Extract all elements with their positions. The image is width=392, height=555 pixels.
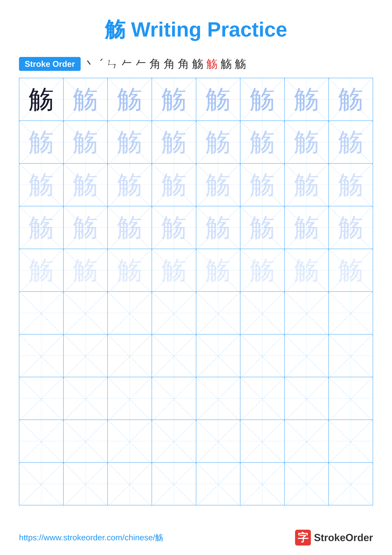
- grid-cell[interactable]: [328, 292, 373, 334]
- stroke-5: 𠂉: [135, 58, 147, 71]
- grid-cell[interactable]: [19, 292, 64, 334]
- grid-cell[interactable]: 觞: [328, 121, 373, 163]
- grid-cell[interactable]: 觞: [64, 249, 108, 292]
- footer-url-link[interactable]: https://www.strokeorder.com/chinese/觞: [19, 532, 163, 543]
- stroke-1: 丶: [84, 56, 95, 72]
- grid-cell[interactable]: [107, 462, 152, 505]
- grid-cell[interactable]: 觞: [107, 163, 152, 206]
- grid-cell[interactable]: 觞: [196, 249, 240, 292]
- grid-cell[interactable]: [285, 334, 329, 377]
- stroke-7: 角: [164, 56, 175, 72]
- grid-cell[interactable]: [285, 377, 329, 420]
- grid-cell[interactable]: 觞: [328, 163, 373, 206]
- grid-cell[interactable]: [196, 377, 240, 420]
- grid-cell[interactable]: [196, 462, 240, 505]
- grid-cell[interactable]: 觞: [240, 121, 285, 163]
- practice-char: 觞: [117, 129, 142, 155]
- practice-char: 觞: [338, 258, 363, 283]
- grid-cell[interactable]: [240, 377, 285, 420]
- grid-cell[interactable]: [328, 334, 373, 377]
- grid-cell[interactable]: [107, 377, 152, 420]
- grid-cell[interactable]: 觞: [196, 206, 240, 249]
- grid-cell[interactable]: [19, 462, 64, 505]
- grid-cell[interactable]: [64, 334, 108, 377]
- title-label: Writing Practice: [131, 18, 287, 41]
- grid-cell[interactable]: 觞: [285, 163, 329, 206]
- grid-cell[interactable]: 觞: [107, 121, 152, 163]
- grid-cell[interactable]: 觞: [328, 78, 373, 121]
- grid-cell[interactable]: 觞: [285, 78, 329, 121]
- grid-cell[interactable]: 觞: [196, 78, 240, 121]
- practice-char: 觞: [117, 258, 142, 283]
- grid-cell[interactable]: [328, 462, 373, 505]
- grid-cell[interactable]: [328, 377, 373, 420]
- grid-cell[interactable]: 觞: [240, 206, 285, 249]
- grid-cell[interactable]: [64, 462, 108, 505]
- grid-cell[interactable]: [240, 334, 285, 377]
- grid-cell[interactable]: [196, 292, 240, 334]
- grid-cell[interactable]: 觞: [285, 206, 329, 249]
- grid-cell[interactable]: [107, 334, 152, 377]
- grid-row-3: 觞 觞 觞 觞: [19, 163, 373, 206]
- grid-cell[interactable]: [64, 292, 108, 334]
- practice-char: 觞: [294, 172, 319, 197]
- grid-wrapper: 觞 觞 觞 觞: [19, 78, 373, 505]
- grid-cell[interactable]: [196, 420, 240, 462]
- grid-cell[interactable]: 觞: [328, 249, 373, 292]
- practice-char: 觞: [205, 258, 231, 283]
- grid-cell[interactable]: 觞: [152, 206, 196, 249]
- grid-cell[interactable]: [64, 377, 108, 420]
- grid-cell[interactable]: 觞: [107, 206, 152, 249]
- grid-cell[interactable]: [285, 420, 329, 462]
- grid-cell[interactable]: 觞: [152, 163, 196, 206]
- grid-cell[interactable]: 觞: [19, 78, 64, 121]
- grid-cell[interactable]: 觞: [19, 163, 64, 206]
- grid-cell[interactable]: 觞: [285, 249, 329, 292]
- grid-cell[interactable]: [64, 420, 108, 462]
- grid-cell[interactable]: 觞: [285, 121, 329, 163]
- practice-char: 觞: [29, 87, 54, 112]
- grid-cell[interactable]: [196, 334, 240, 377]
- grid-cell[interactable]: [152, 462, 196, 505]
- grid-cell[interactable]: 觞: [64, 163, 108, 206]
- grid-cell[interactable]: 觞: [152, 78, 196, 121]
- grid-cell[interactable]: 觞: [328, 206, 373, 249]
- grid-cell[interactable]: [152, 377, 196, 420]
- grid-cell[interactable]: [19, 377, 64, 420]
- practice-char: 觞: [73, 172, 98, 197]
- stroke-11: 觞: [221, 56, 232, 72]
- footer: https://www.strokeorder.com/chinese/觞 字 …: [19, 530, 373, 546]
- practice-char: 觞: [205, 87, 231, 112]
- grid-cell[interactable]: 觞: [19, 121, 64, 163]
- grid-cell[interactable]: 觞: [107, 78, 152, 121]
- grid-cell[interactable]: [107, 420, 152, 462]
- grid-cell[interactable]: [328, 420, 373, 462]
- grid-cell[interactable]: 觞: [196, 121, 240, 163]
- grid-cell[interactable]: [152, 420, 196, 462]
- practice-char: 觞: [117, 87, 142, 112]
- grid-cell[interactable]: [107, 292, 152, 334]
- grid-cell[interactable]: [19, 334, 64, 377]
- practice-char: 觞: [250, 258, 275, 283]
- grid-cell[interactable]: [152, 334, 196, 377]
- grid-cell[interactable]: 觞: [152, 249, 196, 292]
- grid-cell[interactable]: 觞: [19, 206, 64, 249]
- grid-cell[interactable]: [285, 292, 329, 334]
- grid-cell[interactable]: [19, 420, 64, 462]
- grid-cell[interactable]: 觞: [240, 163, 285, 206]
- grid-cell[interactable]: 觞: [107, 249, 152, 292]
- grid-cell[interactable]: 觞: [64, 206, 108, 249]
- grid-cell[interactable]: 觞: [64, 121, 108, 163]
- grid-cell[interactable]: [240, 420, 285, 462]
- grid-cell[interactable]: 觞: [240, 249, 285, 292]
- grid-cell[interactable]: 觞: [196, 163, 240, 206]
- grid-cell[interactable]: 觞: [64, 78, 108, 121]
- grid-cell[interactable]: 觞: [19, 249, 64, 292]
- grid-cell[interactable]: [285, 462, 329, 505]
- grid-cell[interactable]: 觞: [240, 78, 285, 121]
- grid-cell[interactable]: 觞: [152, 121, 196, 163]
- practice-char: 觞: [338, 215, 363, 240]
- grid-cell[interactable]: [152, 292, 196, 334]
- grid-cell[interactable]: [240, 292, 285, 334]
- grid-cell[interactable]: [240, 462, 285, 505]
